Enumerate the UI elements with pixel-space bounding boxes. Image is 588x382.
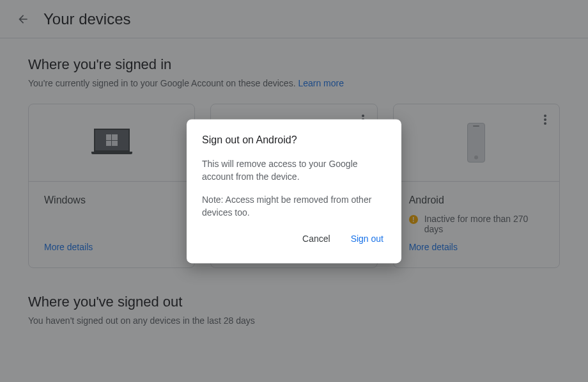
dialog-text-2: Note: Access might be removed from other… [202, 194, 386, 220]
signout-dialog: Sign out on Android? This will remove ac… [187, 119, 401, 263]
dialog-text-1: This will remove access to your Google a… [202, 157, 386, 184]
cancel-button[interactable]: Cancel [300, 230, 333, 248]
dialog-title: Sign out on Android? [202, 134, 386, 146]
dialog-actions: Cancel Sign out [202, 230, 386, 248]
signout-button[interactable]: Sign out [348, 230, 386, 248]
dialog-body: This will remove access to your Google a… [202, 157, 386, 219]
